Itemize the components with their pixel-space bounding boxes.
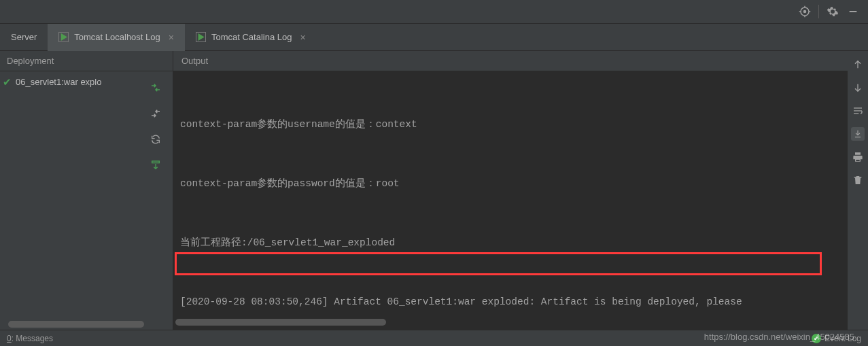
tab-bar: Server Tomcat Localhost Log × Tomcat Cat… xyxy=(0,24,868,51)
deployment-panel: Deployment ✔ 06_servlet1:war explo xyxy=(0,51,173,330)
arrow-up-icon[interactable] xyxy=(851,58,865,71)
tab-label: Tomcat Catalina Log xyxy=(211,32,292,42)
target-icon[interactable] xyxy=(798,5,812,18)
output-panel: Output context-param参数的username的值是：conte… xyxy=(173,51,848,330)
log-line: 当前工程路径:/06_servlet1_war_exploded xyxy=(180,233,841,253)
close-icon[interactable]: × xyxy=(300,32,305,43)
deploy-toolbar xyxy=(145,77,166,324)
svg-point-1 xyxy=(804,11,806,13)
svg-rect-7 xyxy=(152,161,160,163)
log-line: context-param参数的username的值是：context xyxy=(180,115,841,135)
log-line: [2020-09-28 08:03:50,246] Artifact 06_se… xyxy=(180,292,841,312)
deployment-header: Deployment xyxy=(0,51,173,71)
tab-tomcat-catalina-log[interactable]: Tomcat Catalina Log × xyxy=(185,24,317,51)
window-toolbar xyxy=(0,0,868,24)
tab-server[interactable]: Server xyxy=(0,24,48,51)
check-icon: ✔ xyxy=(3,77,12,87)
refresh-icon[interactable] xyxy=(149,133,162,146)
deploy-icon[interactable] xyxy=(149,81,162,94)
print-icon[interactable] xyxy=(851,150,865,164)
scroll-to-end-icon[interactable] xyxy=(851,127,865,141)
trash-icon[interactable] xyxy=(851,173,865,187)
output-body[interactable]: context-param参数的username的值是：context cont… xyxy=(173,71,848,330)
wrap-icon[interactable] xyxy=(851,104,865,118)
tab-label: Server xyxy=(11,32,37,42)
horizontal-scrollbar[interactable] xyxy=(8,321,144,328)
watermark-text: https://blog.csdn.net/weixin_45024585 xyxy=(704,332,854,342)
run-icon xyxy=(58,32,69,42)
close-icon[interactable]: × xyxy=(169,32,174,43)
tab-tomcat-localhost-log[interactable]: Tomcat Localhost Log × xyxy=(48,24,185,51)
messages-button[interactable]: 0: Messages xyxy=(7,334,53,343)
messages-label: : Messages xyxy=(12,334,53,343)
run-icon xyxy=(196,32,206,42)
arrow-down-icon[interactable] xyxy=(851,81,865,94)
gear-icon[interactable] xyxy=(826,5,839,18)
deployment-label: 06_servlet1:war explo xyxy=(16,77,101,87)
deployment-item[interactable]: ✔ 06_servlet1:war explo xyxy=(3,77,145,324)
tab-label: Tomcat Localhost Log xyxy=(74,32,160,42)
output-header: Output xyxy=(173,51,848,71)
download-icon[interactable] xyxy=(149,158,162,172)
highlight-annotation xyxy=(175,252,822,275)
log-line: context-param参数的password的值是：root xyxy=(180,174,841,194)
horizontal-scrollbar[interactable] xyxy=(175,319,386,326)
messages-count: 0 xyxy=(7,334,12,343)
minimize-icon[interactable] xyxy=(846,5,860,18)
swap-icon[interactable] xyxy=(149,107,162,120)
deployment-list: ✔ 06_servlet1:war explo xyxy=(0,71,173,330)
panel-title: Output xyxy=(181,56,208,66)
main-columns: Deployment ✔ 06_servlet1:war explo xyxy=(0,51,868,330)
panel-title: Deployment xyxy=(7,56,54,66)
separator xyxy=(818,5,819,18)
output-toolbar xyxy=(848,51,868,330)
